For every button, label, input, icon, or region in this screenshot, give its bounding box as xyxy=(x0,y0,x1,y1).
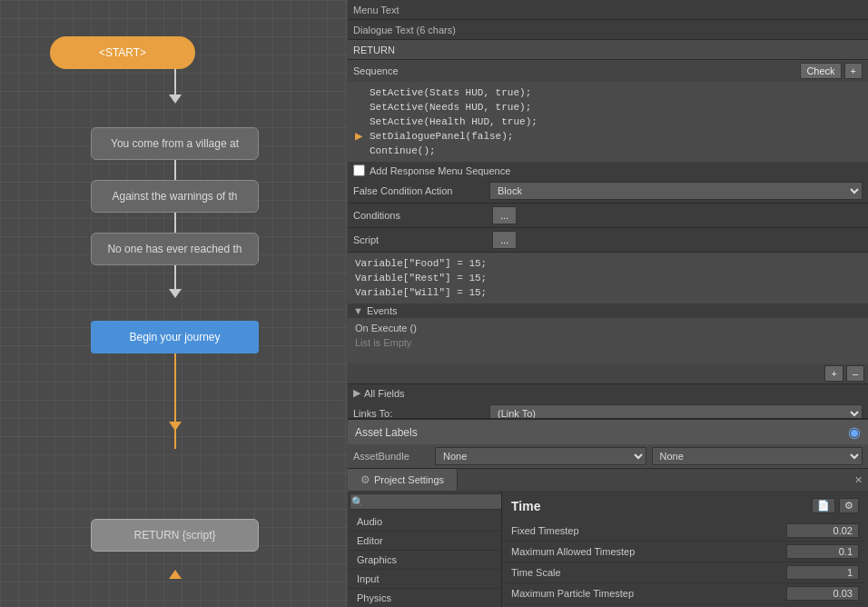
settings-main: Time 📄 ⚙ Fixed Timestep 0.02 Maximum All… xyxy=(502,491,868,607)
dialogue-value: RETURN xyxy=(353,45,863,55)
node-return[interactable]: RETURN {script} xyxy=(91,519,259,552)
add-response-checkbox[interactable] xyxy=(353,164,365,176)
node-journey[interactable]: Begin your journey xyxy=(91,321,259,353)
arrow-up-orange xyxy=(169,570,182,579)
arrow-1 xyxy=(169,95,182,104)
project-settings-tab-label: Project Settings xyxy=(374,474,444,485)
sequence-label: Sequence xyxy=(353,65,797,76)
close-ps-button[interactable]: ✕ xyxy=(854,474,868,486)
node-start[interactable]: <START> xyxy=(50,36,195,69)
events-remove-button[interactable]: – xyxy=(846,365,864,382)
sidebar-item-editor[interactable]: Editor xyxy=(348,532,501,551)
right-panel: Menu Text Dialogue Text (6 chars) RETURN… xyxy=(348,0,868,607)
menu-text-row: Menu Text xyxy=(348,0,868,20)
timescale-label: Time Scale xyxy=(511,567,786,578)
check-button[interactable]: Check xyxy=(800,63,841,79)
links-to-label: Links To: xyxy=(353,408,489,418)
on-execute-label: On Execute () xyxy=(355,321,861,335)
conditions-button[interactable]: ... xyxy=(492,206,517,224)
all-fields-triangle: ▶ xyxy=(353,387,360,399)
timescale-value[interactable]: 1 xyxy=(786,565,859,580)
false-condition-row: False Condition Action Block xyxy=(348,179,868,204)
asset-bundle-label: AssetBundle xyxy=(353,451,435,462)
add-response-row: Add Response Menu Sequence xyxy=(348,162,868,179)
node-village[interactable]: You come from a village at xyxy=(91,127,259,160)
sidebar-item-input[interactable]: Input xyxy=(348,570,501,589)
dialogue-text-label: Dialogue Text (6 chars) xyxy=(353,25,456,35)
project-settings-tab: ⚙ Project Settings ✕ xyxy=(348,468,868,491)
project-settings-tab-item[interactable]: ⚙ Project Settings xyxy=(348,469,458,491)
seq-line-0: SetActive(Stats HUD, true); xyxy=(370,85,846,100)
connector-1 xyxy=(174,69,176,96)
settings-gear-icon[interactable]: ⚙ xyxy=(839,498,859,513)
fixed-timestep-value[interactable]: 0.02 xyxy=(786,523,859,538)
script-area: Variable["Food"] = 15; Variable["Rest"] … xyxy=(348,253,868,304)
links-to-select[interactable]: (Link To) xyxy=(489,404,863,418)
project-settings-section: ⚙ Project Settings ✕ 🔍 Audio Editor xyxy=(348,468,868,607)
events-triangle: ▼ xyxy=(353,305,363,316)
node-warnings[interactable]: Against the warnings of th xyxy=(91,180,259,213)
seq-line-1: SetActive(Needs HUD, true); xyxy=(370,100,846,114)
search-bar: 🔍 xyxy=(348,491,501,512)
connector-5-orange xyxy=(174,353,176,449)
settings-field-fixed-timestep: Fixed Timestep 0.02 xyxy=(506,521,864,542)
fixed-timestep-label: Fixed Timestep xyxy=(511,525,786,536)
dialogue-value-row: RETURN xyxy=(348,40,868,60)
menu-text-label: Menu Text xyxy=(353,5,399,15)
max-particle-label: Maximum Particle Timestep xyxy=(511,588,786,599)
flow-canvas: <START> You come from a village at Again… xyxy=(0,0,348,607)
connector-4 xyxy=(174,265,176,291)
add-response-label: Add Response Menu Sequence xyxy=(370,165,510,176)
seq-line-3: SetDialoguePanel(false); xyxy=(370,129,846,144)
sequence-header: Sequence Check + xyxy=(348,60,868,82)
settings-field-timescale: Time Scale 1 xyxy=(506,562,864,583)
project-settings-content: 🔍 Audio Editor Graphics Input Physics xyxy=(348,491,868,607)
sidebar-item-graphics[interactable]: Graphics xyxy=(348,551,501,570)
conditions-label: Conditions xyxy=(353,210,489,221)
conditions-row: Conditions ... xyxy=(348,204,868,228)
asset-labels-title: Asset Labels xyxy=(355,426,418,439)
false-condition-label: False Condition Action xyxy=(353,185,489,196)
settings-page-icon[interactable]: 📄 xyxy=(812,498,835,513)
max-timestep-label: Maximum Allowed Timestep xyxy=(511,546,786,557)
arrow-4 xyxy=(169,289,182,298)
settings-title-icons: 📄 ⚙ xyxy=(812,498,859,513)
events-header: ▼ Events xyxy=(348,304,868,318)
plus-button[interactable]: + xyxy=(844,63,863,79)
sidebar-item-physics[interactable]: Physics xyxy=(348,589,501,607)
search-icon: 🔍 xyxy=(351,496,364,508)
asset-bundle-right-select[interactable]: None xyxy=(652,447,863,465)
script-line-2: Variable["Will"] = 15; xyxy=(355,285,861,300)
node-reached[interactable]: No one has ever reached th xyxy=(91,233,259,265)
seq-line-4: Continue(); xyxy=(370,144,846,158)
seq-line-2: SetActive(Health HUD, true); xyxy=(370,114,846,129)
script-label: Script xyxy=(353,234,489,245)
asset-bundle-row: AssetBundle None None xyxy=(348,444,868,468)
list-empty-label: List is Empty xyxy=(355,335,861,350)
events-content: On Execute () List is Empty xyxy=(348,318,868,363)
events-add-button[interactable]: + xyxy=(824,365,843,382)
script-header-row: Script ... xyxy=(348,228,868,253)
arrow-indicator: ▶ xyxy=(355,129,362,144)
max-timestep-value[interactable]: 0.1 xyxy=(786,544,859,559)
settings-main-title: Time 📄 ⚙ xyxy=(506,494,864,521)
dialogue-text-row: Dialogue Text (6 chars) xyxy=(348,20,868,40)
links-to-row: Links To: (Link To) xyxy=(348,402,868,418)
script-line-1: Variable["Rest"] = 15; xyxy=(355,271,861,285)
arrow-5-orange xyxy=(169,422,182,431)
all-fields-label: All Fields xyxy=(364,388,405,399)
asset-labels-section: Asset Labels ◉ AssetBundle None None xyxy=(348,418,868,468)
settings-search-input[interactable] xyxy=(350,493,503,510)
script-line-0: Variable["Food"] = 15; xyxy=(355,256,861,271)
asset-bundle-left-select[interactable]: None xyxy=(435,447,646,465)
settings-field-max-particle: Maximum Particle Timestep 0.03 xyxy=(506,583,864,604)
gear-icon: ⚙ xyxy=(360,473,370,486)
dialogue-editor: Menu Text Dialogue Text (6 chars) RETURN… xyxy=(348,0,868,418)
asset-labels-icon: ◉ xyxy=(848,423,861,441)
sidebar-item-audio[interactable]: Audio xyxy=(348,512,501,532)
max-particle-value[interactable]: 0.03 xyxy=(786,586,859,601)
false-condition-select[interactable]: Block xyxy=(489,182,863,200)
sequence-content: ▶ SetActive(Stats HUD, true); SetActive(… xyxy=(348,82,868,162)
script-dots-button[interactable]: ... xyxy=(492,231,517,249)
all-fields-header: ▶ All Fields xyxy=(348,383,868,402)
